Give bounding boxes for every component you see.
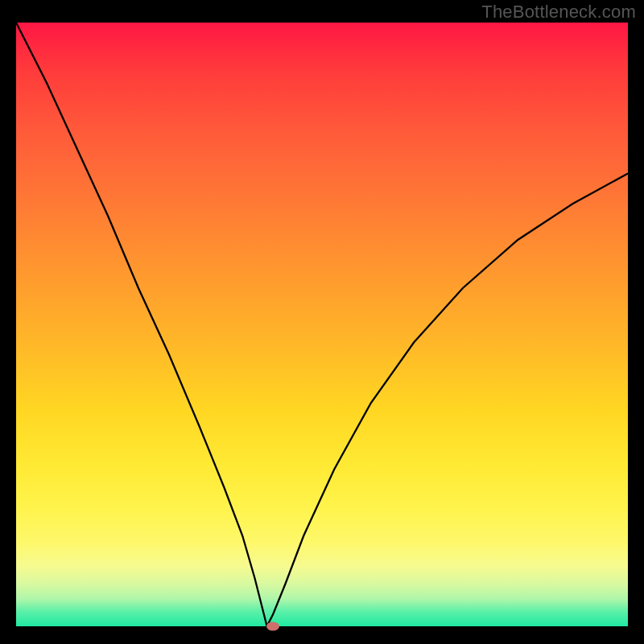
curve-path: [16, 23, 628, 626]
optimal-marker: [266, 622, 279, 631]
bottleneck-curve: [16, 23, 628, 626]
chart-plot-area: [16, 23, 628, 626]
watermark-text: TheBottleneck.com: [481, 2, 636, 23]
